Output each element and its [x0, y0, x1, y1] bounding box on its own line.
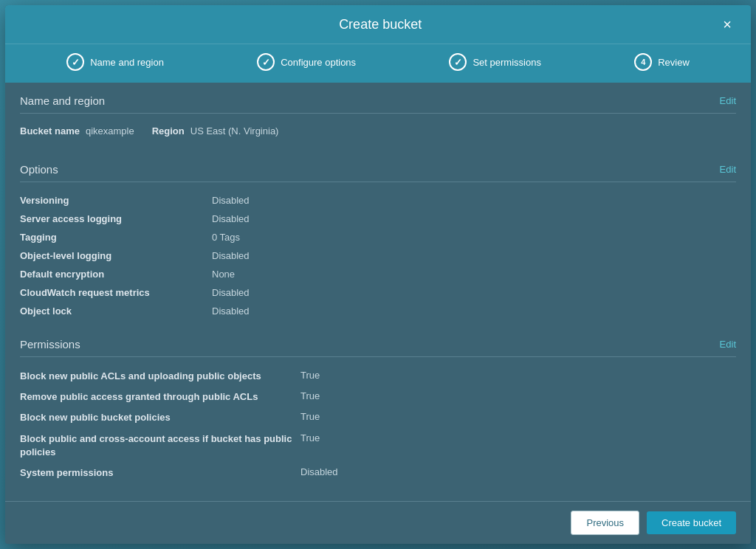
options-key: Object lock	[20, 305, 212, 317]
options-val: 0 Tags	[212, 232, 240, 243]
options-val: Disabled	[212, 250, 250, 261]
bucket-name-label: Bucket name	[20, 125, 80, 137]
close-button[interactable]: ×	[718, 15, 736, 33]
options-divider	[20, 182, 736, 182]
step-review: 4 Review	[634, 53, 690, 71]
perm-key: System permissions	[20, 466, 300, 480]
region-group: Region US East (N. Virginia)	[152, 125, 279, 137]
name-region-fields: Bucket name qikexample Region US East (N…	[20, 122, 736, 145]
options-row: VersioningDisabled	[20, 191, 736, 210]
modal-backdrop: Create bucket × Name and region Configur…	[0, 0, 756, 549]
previous-button[interactable]: Previous	[571, 511, 639, 535]
perm-key: Block new public bucket policies	[20, 411, 300, 424]
options-row: Object-level loggingDisabled	[20, 246, 736, 265]
step-set-permissions: Set permissions	[449, 53, 540, 71]
modal-footer: Previous Create bucket	[5, 501, 751, 544]
options-row: Object lockDisabled	[20, 302, 736, 320]
options-edit[interactable]: Edit	[720, 164, 736, 175]
options-row: CloudWatch request metricsDisabled	[20, 283, 736, 302]
options-key: Default encryption	[20, 269, 212, 280]
region-value: US East (N. Virginia)	[190, 125, 279, 137]
options-key: Tagging	[20, 232, 212, 243]
options-key: Versioning	[20, 195, 212, 206]
create-bucket-modal: Create bucket × Name and region Configur…	[5, 5, 751, 544]
options-val: None	[212, 269, 235, 280]
step3-label: Set permissions	[472, 57, 540, 68]
perm-val: Disabled	[300, 466, 338, 477]
modal-content: Name and region Edit Bucket name qikexam…	[5, 83, 751, 501]
perm-val: True	[300, 411, 320, 422]
name-region-section: Name and region Edit Bucket name qikexam…	[20, 83, 736, 151]
bucket-name-group: Bucket name qikexample	[20, 125, 134, 137]
perm-key: Block new public ACLs and uploading publ…	[20, 370, 300, 383]
permissions-edit[interactable]: Edit	[720, 339, 736, 350]
step1-label: Name and region	[90, 57, 164, 68]
options-row: Default encryptionNone	[20, 265, 736, 283]
permissions-section: Permissions Edit Block new public ACLs a…	[20, 326, 736, 489]
step3-icon	[449, 53, 467, 71]
perm-key: Block public and cross-account access if…	[20, 432, 300, 459]
options-table: VersioningDisabledServer access loggingD…	[20, 191, 736, 320]
permissions-row: Remove public access granted through pub…	[20, 387, 736, 407]
options-section: Options Edit VersioningDisabledServer ac…	[20, 151, 736, 326]
options-val: Disabled	[212, 305, 250, 317]
perm-val: True	[300, 432, 320, 443]
options-key: Server access logging	[20, 213, 212, 224]
perm-val: True	[300, 390, 320, 401]
modal-header: Create bucket ×	[5, 5, 751, 44]
step-name-region: Name and region	[66, 53, 164, 71]
permissions-title: Permissions	[20, 338, 80, 351]
permissions-table: Block new public ACLs and uploading publ…	[20, 366, 736, 483]
step4-icon: 4	[634, 53, 652, 71]
region-label: Region	[152, 125, 185, 137]
step-configure-options: Configure options	[257, 53, 356, 71]
options-title: Options	[20, 163, 58, 176]
modal-title: Create bucket	[42, 17, 718, 32]
name-region-title: Name and region	[20, 94, 105, 107]
permissions-divider	[20, 356, 736, 357]
step2-icon	[257, 53, 275, 71]
name-region-edit[interactable]: Edit	[720, 95, 736, 106]
permissions-row: Block new public ACLs and uploading publ…	[20, 366, 736, 387]
options-row: Server access loggingDisabled	[20, 210, 736, 228]
perm-val: True	[300, 370, 320, 381]
steps-bar: Name and region Configure options Set pe…	[5, 44, 751, 83]
permissions-row: Block public and cross-account access if…	[20, 429, 736, 463]
create-bucket-button[interactable]: Create bucket	[647, 511, 736, 534]
permissions-header: Permissions Edit	[20, 338, 736, 351]
options-val: Disabled	[212, 287, 250, 298]
step4-label: Review	[658, 57, 690, 68]
permissions-row: Block new public bucket policiesTrue	[20, 407, 736, 428]
options-header: Options Edit	[20, 163, 736, 176]
permissions-row: System permissionsDisabled	[20, 463, 736, 483]
step2-label: Configure options	[281, 57, 356, 68]
options-val: Disabled	[212, 195, 250, 206]
step1-icon	[66, 53, 84, 71]
name-region-header: Name and region Edit	[20, 94, 736, 107]
name-region-divider	[20, 113, 736, 114]
options-key: CloudWatch request metrics	[20, 287, 212, 298]
options-key: Object-level logging	[20, 250, 212, 261]
options-val: Disabled	[212, 213, 250, 224]
options-row: Tagging0 Tags	[20, 228, 736, 246]
perm-key: Remove public access granted through pub…	[20, 390, 300, 404]
bucket-name-value: qikexample	[86, 125, 134, 137]
